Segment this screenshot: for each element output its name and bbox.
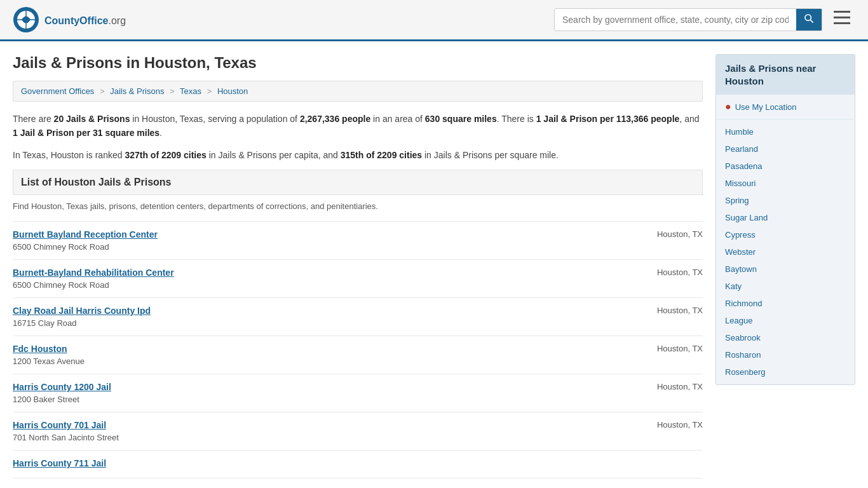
- svg-line-6: [810, 20, 813, 23]
- jail-city: Houston, TX: [633, 268, 703, 277]
- search-icon: [804, 13, 814, 24]
- jail-address: 6500 Chimney Rock Road: [13, 242, 109, 252]
- svg-rect-7: [834, 11, 850, 13]
- search-button[interactable]: [796, 9, 822, 30]
- jail-address: 1200 Texas Avenue: [13, 356, 85, 366]
- jail-address: 701 North San Jacinto Street: [13, 433, 119, 442]
- sidebar-city-link[interactable]: Richmond: [716, 295, 855, 312]
- sidebar-city-link[interactable]: Pearland: [716, 140, 855, 158]
- svg-rect-8: [834, 17, 850, 18]
- logo-area: CountyOffice.org: [13, 6, 126, 33]
- breadcrumb-sep-2: >: [170, 86, 175, 96]
- jail-city: Houston, TX: [633, 382, 703, 391]
- sidebar-city-link[interactable]: League: [716, 312, 855, 329]
- jail-address: 1200 Baker Street: [13, 395, 79, 404]
- jail-item: Burnett-Bayland Rehabilitation Center 65…: [13, 260, 703, 298]
- jail-row: Burnett Bayland Reception Center 6500 Ch…: [13, 229, 703, 252]
- jail-name-link[interactable]: Harris County 711 Jail: [13, 458, 106, 468]
- jail-city: Houston, TX: [633, 229, 703, 239]
- jail-item: Burnett Bayland Reception Center 6500 Ch…: [13, 221, 703, 260]
- breadcrumb-government-offices[interactable]: Government Offices: [21, 86, 94, 96]
- jail-item: Clay Road Jail Harris County Ipd 16715 C…: [13, 298, 703, 336]
- search-input[interactable]: [555, 10, 796, 29]
- logo-text: CountyOffice.org: [44, 13, 126, 27]
- jail-row: Clay Road Jail Harris County Ipd 16715 C…: [13, 306, 703, 328]
- list-header: List of Houston Jails & Prisons: [13, 170, 703, 195]
- sidebar-city-link[interactable]: Pasadena: [716, 158, 855, 175]
- sidebar-city-link[interactable]: Rosharon: [716, 346, 855, 363]
- jail-row: Burnett-Bayland Rehabilitation Center 65…: [13, 268, 703, 290]
- breadcrumb-houston[interactable]: Houston: [217, 86, 248, 96]
- jail-name-link[interactable]: Burnett Bayland Reception Center: [13, 229, 158, 240]
- sidebar-city-link[interactable]: Baytown: [716, 261, 855, 278]
- jail-name-link[interactable]: Harris County 701 Jail: [13, 420, 119, 430]
- location-dot-icon: ●: [725, 101, 731, 112]
- sidebar-city-link[interactable]: Seabrook: [716, 329, 855, 346]
- breadcrumb-sep-3: >: [207, 86, 212, 96]
- jail-city: Houston, TX: [633, 420, 703, 430]
- breadcrumb-jails-prisons[interactable]: Jails & Prisons: [110, 86, 164, 96]
- jail-info: Fdc Houston 1200 Texas Avenue: [13, 344, 85, 366]
- jail-address: 6500 Chimney Rock Road: [13, 280, 109, 290]
- jail-list: Burnett Bayland Reception Center 6500 Ch…: [13, 221, 703, 478]
- sidebar-city-link[interactable]: Missouri: [716, 175, 855, 192]
- jail-row: Harris County 701 Jail 701 North San Jac…: [13, 420, 703, 442]
- main-container: Jails & Prisons in Houston, Texas Govern…: [0, 41, 868, 488]
- desc-bold-per-capita: 1 Jail & Prison per 113,366 people: [536, 114, 680, 124]
- sidebar-city-link[interactable]: Cypress: [716, 226, 855, 243]
- logo-icon: [13, 6, 39, 33]
- desc-bold-area: 630 square miles: [425, 114, 497, 124]
- jail-item: Harris County 1200 Jail 1200 Baker Stree…: [13, 374, 703, 412]
- jail-info: Burnett Bayland Reception Center 6500 Ch…: [13, 229, 158, 252]
- desc-bold-pop: 2,267,336 people: [300, 114, 370, 124]
- sidebar-links: HumblePearlandPasadenaMissouriSpringSuga…: [716, 119, 855, 384]
- svg-rect-9: [834, 22, 850, 24]
- sidebar-box: Jails & Prisons near Houston ● Use My Lo…: [715, 54, 855, 385]
- jail-item: Harris County 711 Jail: [13, 451, 703, 478]
- jail-row: Fdc Houston 1200 Texas Avenue Houston, T…: [13, 344, 703, 366]
- jail-info: Burnett-Bayland Rehabilitation Center 65…: [13, 268, 174, 290]
- jail-city: Houston, TX: [633, 306, 703, 315]
- sidebar: Jails & Prisons near Houston ● Use My Lo…: [715, 54, 855, 478]
- sidebar-city-link[interactable]: Webster: [716, 243, 855, 261]
- jail-name-link[interactable]: Clay Road Jail Harris County Ipd: [13, 306, 151, 316]
- desc-bold-rank1: 327th of 2209 cities: [125, 150, 206, 160]
- use-my-location-link[interactable]: Use My Location: [735, 102, 797, 112]
- jail-info: Harris County 1200 Jail 1200 Baker Stree…: [13, 382, 111, 404]
- jail-info: Harris County 701 Jail 701 North San Jac…: [13, 420, 119, 442]
- sidebar-title: Jails & Prisons near Houston: [716, 55, 855, 95]
- page-title: Jails & Prisons in Houston, Texas: [13, 54, 703, 72]
- jail-name-link[interactable]: Burnett-Bayland Rehabilitation Center: [13, 268, 174, 278]
- breadcrumb-texas[interactable]: Texas: [180, 86, 201, 96]
- jail-name-link[interactable]: Harris County 1200 Jail: [13, 382, 111, 392]
- sidebar-city-link[interactable]: Rosenberg: [716, 363, 855, 381]
- list-description: Find Houston, Texas jails, prisons, dete…: [13, 201, 703, 211]
- jail-city: Houston, TX: [633, 344, 703, 353]
- jail-info: Harris County 711 Jail: [13, 458, 106, 470]
- jail-row: Harris County 1200 Jail 1200 Baker Stree…: [13, 382, 703, 404]
- breadcrumb-sep-1: >: [100, 86, 105, 96]
- jail-row: Harris County 711 Jail: [13, 458, 703, 470]
- search-container: [554, 8, 822, 31]
- use-location-row[interactable]: ● Use My Location: [716, 95, 855, 119]
- desc-bold-count: 20 Jails & Prisons: [54, 114, 130, 124]
- content-area: Jails & Prisons in Houston, Texas Govern…: [13, 54, 703, 478]
- hamburger-menu-button[interactable]: [829, 8, 855, 31]
- jail-address: 16715 Clay Road: [13, 318, 76, 328]
- description-line2: In Texas, Houston is ranked 327th of 220…: [13, 148, 703, 162]
- svg-point-5: [805, 15, 811, 20]
- desc-bold-per-sqmi: 1 Jail & Prison per 31 square miles: [13, 128, 159, 138]
- sidebar-city-link[interactable]: Katy: [716, 278, 855, 295]
- jail-item: Harris County 701 Jail 701 North San Jac…: [13, 412, 703, 451]
- site-header: CountyOffice.org: [0, 0, 868, 41]
- jail-item: Fdc Houston 1200 Texas Avenue Houston, T…: [13, 336, 703, 374]
- jail-name-link[interactable]: Fdc Houston: [13, 344, 85, 354]
- sidebar-city-link[interactable]: Humble: [716, 123, 855, 140]
- header-right: [554, 8, 855, 31]
- desc-bold-rank2: 315th of 2209 cities: [341, 150, 422, 160]
- sidebar-city-link[interactable]: Sugar Land: [716, 209, 855, 226]
- sidebar-city-link[interactable]: Spring: [716, 192, 855, 209]
- breadcrumb: Government Offices > Jails & Prisons > T…: [13, 81, 703, 102]
- hamburger-icon: [834, 11, 850, 25]
- jail-info: Clay Road Jail Harris County Ipd 16715 C…: [13, 306, 151, 328]
